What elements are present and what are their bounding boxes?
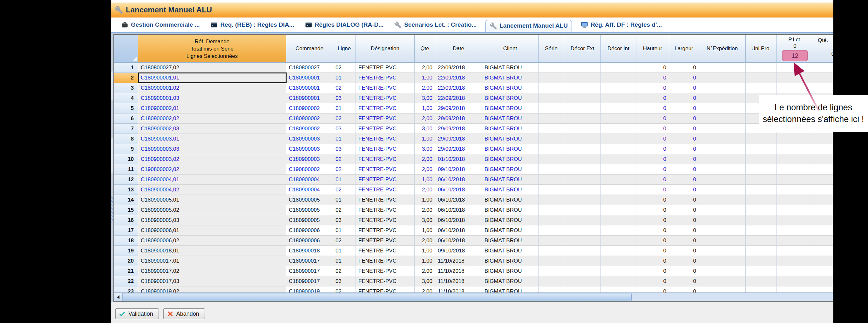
column-header-qte[interactable]: Qte xyxy=(414,35,435,63)
cell-ref[interactable]: C180900001,03 xyxy=(138,93,286,103)
cell-commande[interactable]: C180900006 xyxy=(286,226,333,236)
cell-serie[interactable] xyxy=(538,205,564,215)
column-header-n_expedition[interactable]: N°Expédition xyxy=(699,35,746,63)
cell-largeur[interactable]: 0 xyxy=(669,195,699,205)
cell-ligne[interactable]: 03 xyxy=(333,124,356,134)
column-header-p_lct[interactable]: P.Lct.012 xyxy=(777,35,813,63)
cell-decor_int[interactable] xyxy=(601,124,637,134)
cell-client[interactable]: BIGMAT BROU xyxy=(482,144,538,154)
cell-client[interactable]: BIGMAT BROU xyxy=(482,185,538,195)
cell-hauteur[interactable]: 0 xyxy=(637,134,669,144)
cell-n_expedition[interactable] xyxy=(699,276,746,287)
cell-uni_pro[interactable] xyxy=(746,266,777,276)
cell-client[interactable]: BIGMAT BROU xyxy=(482,215,538,226)
cell-largeur[interactable]: 0 xyxy=(669,226,699,236)
cell-largeur[interactable]: 0 xyxy=(669,124,699,134)
cell-commande[interactable]: C180900001 xyxy=(286,93,333,103)
cell-serie[interactable] xyxy=(538,93,564,103)
row-number[interactable]: 4 xyxy=(114,93,138,103)
cell-hauteur[interactable]: 0 xyxy=(637,205,669,215)
cell-commande[interactable]: C180900001 xyxy=(286,73,333,83)
cell-commande[interactable]: C180900006 xyxy=(286,236,333,246)
cell-qte_lct[interactable] xyxy=(813,144,833,154)
cell-n_expedition[interactable] xyxy=(699,236,746,246)
cell-qte[interactable]: 2,00 xyxy=(414,164,435,175)
cell-ligne[interactable]: 01 xyxy=(333,226,356,236)
cell-designation[interactable]: FENETRE-PVC xyxy=(356,154,414,164)
cell-n_expedition[interactable] xyxy=(699,287,746,292)
column-header-ref[interactable]: Réf. DemandeTotal mis en SérieLignes Sél… xyxy=(138,35,286,63)
cell-hauteur[interactable]: 0 xyxy=(637,73,669,83)
cell-designation[interactable]: FENETRE-PVC xyxy=(356,114,414,124)
cell-ref[interactable]: C180900006,01 xyxy=(138,226,286,236)
cell-uni_pro[interactable] xyxy=(746,63,777,73)
cell-hauteur[interactable]: 0 xyxy=(637,93,669,103)
cell-hauteur[interactable]: 0 xyxy=(637,226,669,236)
row-number[interactable]: 6 xyxy=(114,114,138,124)
cell-commande[interactable]: C180900005 xyxy=(286,215,333,226)
cell-date[interactable]: 11/10/2018 xyxy=(435,287,482,292)
cell-client[interactable]: BIGMAT BROU xyxy=(482,63,538,73)
cell-client[interactable]: BIGMAT BROU xyxy=(482,205,538,215)
cell-decor_int[interactable] xyxy=(601,276,637,287)
cell-decor_int[interactable] xyxy=(601,114,637,124)
cell-qte[interactable]: 2,00 xyxy=(414,185,435,195)
cell-ref[interactable]: C180900018,01 xyxy=(138,246,286,256)
cell-largeur[interactable]: 0 xyxy=(669,236,699,246)
cell-ligne[interactable]: 01 xyxy=(333,73,356,83)
cell-decor_ext[interactable] xyxy=(564,73,601,83)
cell-ref[interactable]: C180900003,01 xyxy=(138,134,286,144)
column-header-hauteur[interactable]: Hauteur xyxy=(637,35,669,63)
cell-commande[interactable]: C180900017 xyxy=(286,276,333,287)
cell-decor_ext[interactable] xyxy=(564,215,601,226)
cell-decor_ext[interactable] xyxy=(564,266,601,276)
cell-client[interactable]: BIGMAT BROU xyxy=(482,276,538,287)
cell-qte_lct[interactable] xyxy=(813,185,833,195)
cell-qte_lct[interactable] xyxy=(813,83,833,93)
row-number[interactable]: 17 xyxy=(114,226,138,236)
cell-decor_ext[interactable] xyxy=(564,63,601,73)
cell-p_lct[interactable] xyxy=(777,175,813,185)
cell-largeur[interactable]: 0 xyxy=(669,83,699,93)
cell-ligne[interactable]: 02 xyxy=(333,236,356,246)
cell-qte_lct[interactable] xyxy=(813,63,833,73)
cell-qte[interactable]: 2,00 xyxy=(414,63,435,73)
cell-ref[interactable]: C180900006,02 xyxy=(138,236,286,246)
row-number[interactable]: 15 xyxy=(114,205,138,215)
cell-ref[interactable]: C180900019,02 xyxy=(138,287,286,292)
cell-ligne[interactable]: 01 xyxy=(333,175,356,185)
cell-qte[interactable]: 3,00 xyxy=(414,124,435,134)
cell-qte_lct[interactable] xyxy=(813,134,833,144)
cell-decor_ext[interactable] xyxy=(564,134,601,144)
cell-serie[interactable] xyxy=(538,256,564,266)
column-header-client[interactable]: Client xyxy=(482,35,538,63)
cell-serie[interactable] xyxy=(538,266,564,276)
cell-hauteur[interactable]: 0 xyxy=(637,236,669,246)
cell-ligne[interactable]: 02 xyxy=(333,185,356,195)
horizontal-scrollbar[interactable] xyxy=(114,292,833,301)
cell-date[interactable]: 29/09/2018 xyxy=(435,114,482,124)
cell-decor_int[interactable] xyxy=(601,236,637,246)
cell-ligne[interactable]: 03 xyxy=(333,276,356,287)
cell-qte_lct[interactable] xyxy=(813,266,833,276)
cell-largeur[interactable]: 0 xyxy=(669,266,699,276)
cell-uni_pro[interactable] xyxy=(746,164,777,175)
cell-ref[interactable]: C180900005,02 xyxy=(138,205,286,215)
cell-date[interactable]: 06/10/2018 xyxy=(435,175,482,185)
cell-decor_int[interactable] xyxy=(601,103,637,114)
cell-serie[interactable] xyxy=(538,164,564,175)
cell-qte_lct[interactable] xyxy=(813,256,833,266)
cell-qte[interactable]: 1,00 xyxy=(414,226,435,236)
cell-qte[interactable]: 1,00 xyxy=(414,256,435,266)
cell-hauteur[interactable]: 0 xyxy=(637,144,669,154)
cell-n_expedition[interactable] xyxy=(699,266,746,276)
column-header-commande[interactable]: Commande xyxy=(286,35,333,63)
cell-qte_lct[interactable] xyxy=(813,246,833,256)
cell-decor_int[interactable] xyxy=(601,164,637,175)
cell-decor_int[interactable] xyxy=(601,63,637,73)
cell-n_expedition[interactable] xyxy=(699,215,746,226)
cell-client[interactable]: BIGMAT BROU xyxy=(482,256,538,266)
tab-req-reb-r-gles-dia[interactable]: Req. (REB) : Règles DIA... xyxy=(209,20,296,31)
cell-decor_int[interactable] xyxy=(601,205,637,215)
cell-decor_int[interactable] xyxy=(601,144,637,154)
